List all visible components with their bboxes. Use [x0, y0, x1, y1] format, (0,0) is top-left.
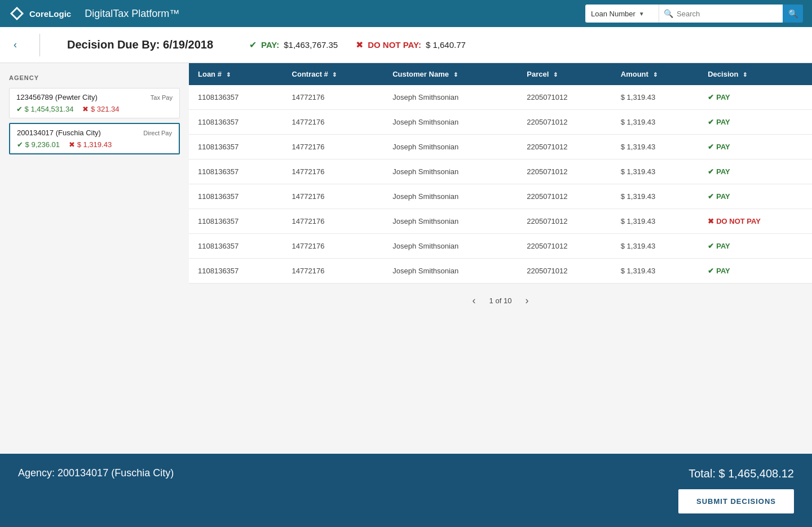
cell-decision-2: ✔ PAY: [699, 135, 812, 160]
cell-customer-0: Joseph Smithsonian: [383, 85, 518, 110]
cell-loan-1: 1108136357: [189, 110, 283, 135]
cell-parcel-0: 2205071012: [518, 85, 612, 110]
cell-customer-1: Joseph Smithsonian: [383, 110, 518, 135]
app-title: DigitalTax Platform™: [85, 8, 579, 20]
cell-decision-7: ✔ PAY: [699, 259, 812, 284]
agency-nopay-0: ✖ $ 321.34: [82, 105, 119, 113]
col-parcel[interactable]: Parcel ⇕: [518, 63, 612, 85]
loan-dropdown-label: Loan Number: [591, 10, 636, 18]
cell-loan-5: 1108136357: [189, 209, 283, 234]
decision-due-label: Decision Due By: 6/19/2018: [67, 38, 213, 51]
cell-parcel-5: 2205071012: [518, 209, 612, 234]
footer-agency-label: Agency: 200134017 (Fuschia City): [18, 467, 174, 479]
cell-contract-0: 14772176: [283, 85, 384, 110]
pay-amount: $1,463,767.35: [284, 40, 338, 50]
agency-list: 123456789 (Pewter City) Tax Pay ✔ $ 1,45…: [9, 88, 180, 154]
vertical-divider: [39, 34, 40, 56]
pay-check-icon-3: ✔: [708, 167, 714, 176]
decision-bar: ‹ Decision Due By: 6/19/2018 ✔ PAY: $1,4…: [0, 27, 812, 63]
page-info: 1 of 10: [489, 296, 512, 305]
cell-loan-7: 1108136357: [189, 259, 283, 284]
table-row[interactable]: 1108136357 14772176 Joseph Smithsonian 2…: [189, 259, 812, 284]
cell-contract-6: 14772176: [283, 234, 384, 259]
decision-pay-1: ✔ PAY: [708, 118, 803, 126]
decision-pay-0: ✔ PAY: [708, 93, 803, 101]
cell-amount-3: $ 1,319.43: [612, 160, 699, 184]
cell-amount-0: $ 1,319.43: [612, 85, 699, 110]
cell-parcel-7: 2205071012: [518, 259, 612, 284]
agency-pay-1: ✔ $ 9,236.01: [17, 140, 60, 149]
cell-parcel-1: 2205071012: [518, 110, 612, 135]
pay-section: ✔ PAY: $1,463,767.35: [249, 39, 338, 50]
cell-parcel-6: 2205071012: [518, 234, 612, 259]
cell-amount-6: $ 1,319.43: [612, 234, 699, 259]
agency-name-1: 200134017 (Fuschia City): [17, 129, 101, 137]
cell-parcel-2: 2205071012: [518, 135, 612, 160]
decision-pay-3: ✔ PAY: [708, 167, 803, 176]
next-page-button[interactable]: ›: [520, 293, 533, 309]
logo-icon: [9, 6, 25, 21]
back-button[interactable]: ‹: [14, 39, 17, 51]
do-not-pay-amount: $ 1,640.77: [426, 40, 466, 50]
cell-parcel-3: 2205071012: [518, 160, 612, 184]
cell-customer-5: Joseph Smithsonian: [383, 209, 518, 234]
table-row[interactable]: 1108136357 14772176 Joseph Smithsonian 2…: [189, 85, 812, 110]
table-row[interactable]: 1108136357 14772176 Joseph Smithsonian 2…: [189, 110, 812, 135]
prev-page-button[interactable]: ‹: [468, 293, 480, 309]
footer: Agency: 200134017 (Fuschia City) Total: …: [0, 454, 812, 527]
cell-decision-3: ✔ PAY: [699, 160, 812, 184]
table-row[interactable]: 1108136357 14772176 Joseph Smithsonian 2…: [189, 184, 812, 209]
cell-contract-2: 14772176: [283, 135, 384, 160]
cell-amount-1: $ 1,319.43: [612, 110, 699, 135]
col-customer[interactable]: Customer Name ⇕: [383, 63, 518, 85]
loan-number-dropdown[interactable]: Loan Number ▼: [585, 5, 659, 23]
footer-total: Total: $ 1,465,408.12: [689, 467, 794, 480]
col-contract[interactable]: Contract # ⇕: [283, 63, 384, 85]
cell-contract-7: 14772176: [283, 259, 384, 284]
col-decision[interactable]: Decision ⇕: [699, 63, 812, 85]
table-body: 1108136357 14772176 Joseph Smithsonian 2…: [189, 85, 812, 284]
agency-card-0[interactable]: 123456789 (Pewter City) Tax Pay ✔ $ 1,45…: [9, 88, 180, 118]
table-row[interactable]: 1108136357 14772176 Joseph Smithsonian 2…: [189, 160, 812, 184]
agency-card-1[interactable]: 200134017 (Fuschia City) Direct Pay ✔ $ …: [9, 123, 180, 154]
cell-amount-7: $ 1,319.43: [612, 259, 699, 284]
table-row[interactable]: 1108136357 14772176 Joseph Smithsonian 2…: [189, 234, 812, 259]
cell-parcel-4: 2205071012: [518, 184, 612, 209]
search-button[interactable]: 🔍: [783, 5, 803, 23]
col-loan[interactable]: Loan # ⇕: [189, 63, 283, 85]
nopay-x-icon-5: ✖: [708, 217, 714, 225]
sidebar: AGENCY 123456789 (Pewter City) Tax Pay ✔…: [0, 63, 189, 454]
table-area: Loan # ⇕ Contract # ⇕ Customer Name ⇕ Pa…: [189, 63, 812, 454]
table-row[interactable]: 1108136357 14772176 Joseph Smithsonian 2…: [189, 209, 812, 234]
cell-contract-1: 14772176: [283, 110, 384, 135]
cell-decision-4: ✔ PAY: [699, 184, 812, 209]
pay-check-icon: ✔: [249, 39, 257, 50]
logo-text: CoreLogic: [29, 9, 71, 19]
col-amount[interactable]: Amount ⇕: [612, 63, 699, 85]
search-icon: 🔍: [664, 9, 673, 18]
cell-customer-6: Joseph Smithsonian: [383, 234, 518, 259]
chevron-down-icon: ▼: [639, 11, 645, 17]
do-not-pay-x-icon: ✖: [356, 39, 363, 50]
agency-label: AGENCY: [9, 74, 180, 81]
submit-decisions-button[interactable]: SUBMIT DECISIONS: [678, 489, 794, 513]
cell-loan-6: 1108136357: [189, 234, 283, 259]
table-row[interactable]: 1108136357 14772176 Joseph Smithsonian 2…: [189, 135, 812, 160]
cell-amount-4: $ 1,319.43: [612, 184, 699, 209]
decision-pay-7: ✔ PAY: [708, 267, 803, 275]
cell-contract-4: 14772176: [283, 184, 384, 209]
search-input-wrap: 🔍: [659, 5, 783, 23]
footer-right: Total: $ 1,465,408.12 SUBMIT DECISIONS: [678, 467, 794, 513]
decision-pay-2: ✔ PAY: [708, 143, 803, 151]
search-input[interactable]: [677, 5, 778, 23]
cell-amount-5: $ 1,319.43: [612, 209, 699, 234]
cell-decision-0: ✔ PAY: [699, 85, 812, 110]
pay-check-icon-4: ✔: [708, 192, 714, 201]
content-wrapper: AGENCY 123456789 (Pewter City) Tax Pay ✔…: [0, 63, 812, 454]
cell-customer-3: Joseph Smithsonian: [383, 160, 518, 184]
pay-check-icon-7: ✔: [708, 267, 714, 275]
table-header: Loan # ⇕ Contract # ⇕ Customer Name ⇕ Pa…: [189, 63, 812, 85]
logo: CoreLogic: [9, 6, 71, 21]
cell-customer-2: Joseph Smithsonian: [383, 135, 518, 160]
pay-check-icon-2: ✔: [708, 143, 714, 151]
